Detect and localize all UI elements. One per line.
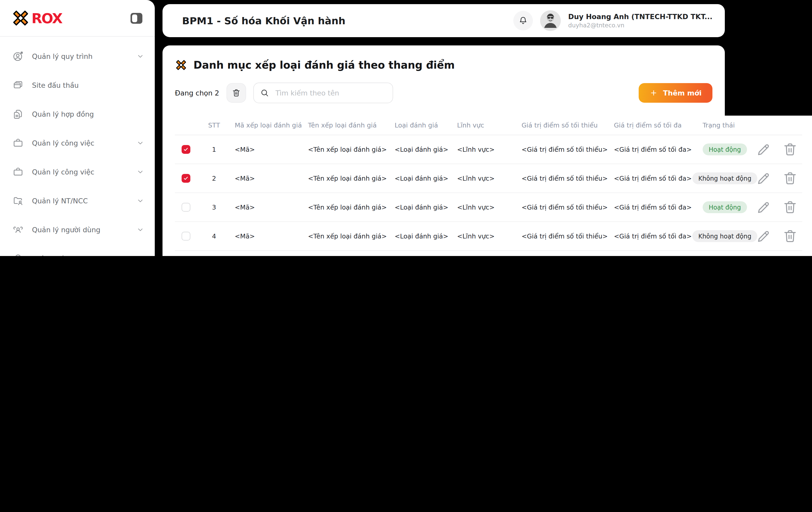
column-header-trang-thai: Trạng thái [694, 121, 756, 129]
delete-button[interactable] [782, 199, 798, 215]
status-badge: Hoạt động [703, 143, 747, 155]
sidebar-item-quan-ly-cong-viec[interactable]: Quản lý công việc [0, 158, 155, 186]
logo-text: ROX [31, 10, 62, 26]
delete-button[interactable] [782, 228, 798, 244]
avatar[interactable] [541, 10, 561, 31]
sidebar-collapse-button[interactable] [130, 12, 142, 24]
cell-loai: <Loại đánh giá> [386, 232, 449, 240]
sidebar-item-label: Quản lý NT/NCC [32, 197, 88, 205]
chevron-down-icon [136, 197, 144, 205]
cell-linh-vuc: <Lĩnh vực> [449, 174, 516, 182]
chevron-down-icon [136, 52, 144, 60]
folder-user-icon [12, 195, 24, 206]
cell-diem-toi-da: <Giá trị điểm số tối đa> [609, 232, 694, 240]
cell-linh-vuc: <Lĩnh vực> [449, 232, 516, 240]
delete-button[interactable] [782, 141, 798, 158]
row-checkbox[interactable] [182, 174, 191, 183]
edit-button[interactable] [756, 170, 772, 186]
column-header-linh-vuc: Lĩnh vực [449, 121, 516, 129]
briefcase-icon [12, 137, 24, 149]
bell-icon [518, 16, 528, 26]
sidebar-item-quan-ly-nguoi-dung[interactable]: Quản lý người dùng [0, 215, 155, 244]
cell-stt: 2 [212, 174, 216, 182]
selection-count: Đang chọn 2 [175, 89, 219, 97]
cell-diem-toi-thieu: <Giá trị điểm số tối thiểu> [516, 174, 609, 182]
contract-icon [12, 108, 24, 120]
sidebar-item-label: Quản lý công việc [32, 168, 94, 176]
sidebar: ROX Quản lý quy trìnhSite đấu thầuQuản l… [0, 0, 155, 256]
edit-button[interactable] [756, 141, 772, 158]
column-header-gia-tri-diem-so-toi-thieu: Giá trị điểm số tối thiểu [516, 121, 609, 129]
delete-selected-button[interactable] [227, 83, 246, 103]
cell-linh-vuc: <Lĩnh vực> [449, 146, 516, 153]
plus-icon [650, 89, 658, 97]
delete-button[interactable] [782, 170, 798, 186]
cell-loai: <Loại đánh giá> [386, 203, 449, 211]
users-icon [12, 224, 24, 235]
edit-icon [756, 170, 772, 186]
cell-diem-toi-thieu: <Giá trị điểm số tối thiểu> [516, 232, 609, 240]
status-badge: Không hoạt động [692, 172, 758, 184]
edit-icon [756, 141, 772, 158]
edit-button[interactable] [756, 199, 772, 215]
row-checkbox[interactable] [182, 203, 191, 211]
status-badge: Hoạt động [703, 201, 747, 213]
search-box [253, 83, 393, 103]
cell-loai: <Loại đánh giá> [386, 174, 449, 182]
search-icon [260, 88, 269, 97]
rox-x-icon [11, 9, 30, 27]
cell-ten: <Tên xếp loại đánh giá> [300, 146, 386, 153]
delete-icon [782, 141, 798, 158]
cell-diem-toi-da: <Giá trị điểm số tối đa> [609, 203, 694, 211]
search-input[interactable] [274, 88, 386, 97]
row-checkbox[interactable] [182, 145, 191, 154]
add-new-button[interactable]: Thêm mới [639, 83, 713, 103]
cell-stt: 4 [212, 232, 216, 240]
chevron-down-icon [136, 139, 144, 147]
page-background: ROX Quản lý quy trìnhSite đấu thầuQuản l… [0, 0, 812, 256]
toolbar: Đang chọn 2 Thêm mới [175, 83, 713, 103]
edit-icon [756, 228, 772, 244]
sidebar-item-quan-ly-nt-ncc[interactable]: Quản lý NT/NCC [0, 186, 155, 215]
sidebar-item-label: Quản lý công việc [32, 139, 94, 147]
sidebar-item-label: Thông báo [32, 254, 69, 256]
sidebar-item-quan-ly-cong-viec[interactable]: Quản lý công việc [0, 129, 155, 158]
cell-ten: <Tên xếp loại đánh giá> [300, 203, 386, 211]
table-row: 1<Mã><Tên xếp loại đánh giá><Loại đánh g… [175, 135, 802, 164]
cell-stt: 1 [212, 146, 216, 153]
briefcase-icon [12, 166, 24, 177]
cell-ma: <Mã> [227, 146, 300, 153]
cell-ma: <Mã> [227, 174, 300, 182]
cell-loai: <Loại đánh giá> [386, 146, 449, 153]
edit-icon [756, 199, 772, 215]
main-card: Danh mục xếp loại đánh giá theo thang đi… [163, 46, 725, 256]
row-checkbox[interactable] [182, 232, 191, 240]
add-new-label: Thêm mới [663, 89, 702, 97]
sidebar-item-quan-ly-quy-trinh[interactable]: Quản lý quy trình [0, 42, 155, 71]
column-header-loai-danh-gia: Loại đánh giá [386, 121, 449, 129]
trash-icon [232, 88, 241, 97]
cell-diem-toi-thieu: <Giá trị điểm số tối thiểu> [516, 203, 609, 211]
delete-icon [782, 228, 798, 244]
avatar-image [541, 10, 561, 31]
bell-icon [12, 253, 24, 256]
edit-button[interactable] [756, 228, 772, 244]
cell-ma: <Mã> [227, 203, 300, 211]
sidebar-item-label: Site đấu thầu [32, 81, 79, 89]
column-header-gia-tri-diem-so-toi-da: Giá trị điểm số tối đa [609, 121, 694, 129]
sidebar-menu: Quản lý quy trìnhSite đấu thầuQuản lý hợ… [0, 37, 155, 256]
delete-icon [782, 170, 798, 186]
user-menu[interactable]: Duy Hoang Anh (TNTECH-TTKD TKT... duyha2… [568, 12, 713, 29]
cell-ten: <Tên xếp loại đánh giá> [300, 232, 386, 240]
sidebar-header: ROX [0, 0, 155, 37]
user-gear-icon [12, 51, 24, 62]
user-email: duyha2@tnteco.vn [568, 22, 713, 29]
sidebar-item-site-dau-thau[interactable]: Site đấu thầu [0, 71, 155, 99]
user-name: Duy Hoang Anh (TNTECH-TTKD TKT... [568, 12, 713, 21]
sidebar-item-thong-bao[interactable]: Thông báo [0, 244, 155, 256]
table-row: 3<Mã><Tên xếp loại đánh giá><Loại đánh g… [175, 193, 802, 222]
cell-diem-toi-da: <Giá trị điểm số tối đa> [609, 146, 694, 153]
check-icon [183, 175, 189, 181]
notifications-button[interactable] [514, 11, 533, 30]
sidebar-item-quan-ly-hop-dong[interactable]: Quản lý hợp đồng [0, 99, 155, 129]
